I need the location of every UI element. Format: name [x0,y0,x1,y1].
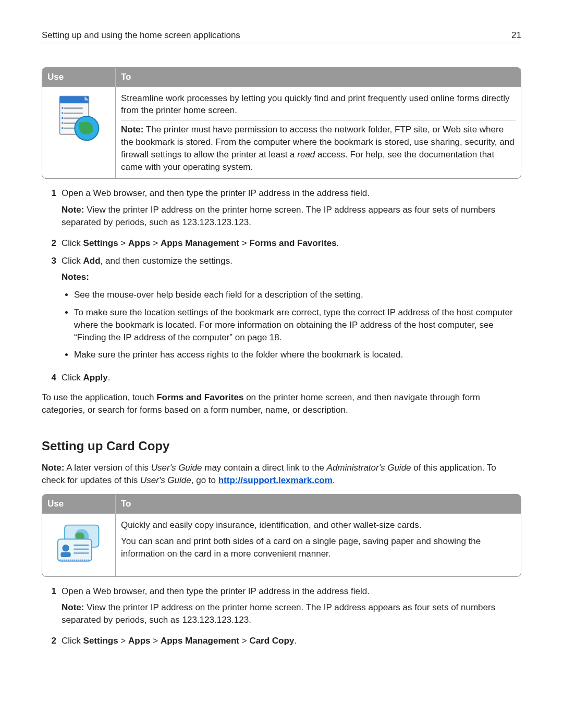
svg-rect-1 [60,96,89,103]
running-head-title: Setting up and using the home screen app… [42,29,240,42]
step-text: Open a Web browser, and then type the pr… [62,585,521,598]
card-copy-description-2: You can scan and print both sides of a c… [121,535,516,560]
list-item: See the mouse-over help beside each fiel… [74,289,521,301]
table-header-to: To [116,68,521,87]
card-copy-note: Note: A later version of this User's Gui… [42,462,521,487]
step-number: 1 [42,585,62,630]
table-header-use: Use [42,495,116,513]
table-header-to: To [116,495,521,513]
forms-favorites-description: Streamline work processes by letting you… [121,92,516,117]
card-copy-description-cell: Quickly and easily copy insurance, ident… [116,513,521,576]
svg-rect-7 [62,107,63,108]
step-note: Note: View the printer IP address on the… [62,601,521,626]
svg-point-17 [62,545,69,551]
forms-document-globe-icon [54,93,104,143]
step-number: 1 [42,187,62,231]
forms-favorites-table: Use To [42,67,521,179]
card-copy-icon [54,520,104,570]
card-copy-description-1: Quickly and easily copy insurance, ident… [121,519,516,532]
forms-favorites-note: Note: The printer must have permission t… [121,124,516,173]
step-number: 3 [42,255,62,367]
svg-rect-18 [60,552,70,557]
svg-rect-11 [62,127,63,129]
step-number: 2 [42,635,62,647]
list-item: To make sure the location settings of th… [74,306,521,343]
page-number: 21 [511,29,521,42]
card-copy-icon-cell [42,513,116,576]
step-number: 4 [42,372,62,384]
note-label: Note: [121,125,143,134]
forms-favorites-steps: 1 Open a Web browser, and then type the … [42,187,521,384]
support-link[interactable]: http://support.lexmark.com [218,475,333,485]
table-header-use: Use [42,68,116,87]
notes-heading: Notes: [62,272,89,282]
page-header: Setting up and using the home screen app… [42,29,521,43]
step-text: Click Apply. [62,372,521,384]
forms-favorites-usage: To use the application, touch Forms and … [42,391,521,416]
step-text: Click Add, and then customize the settin… [62,255,521,267]
forms-favorites-description-cell: Streamline work processes by letting you… [116,87,521,178]
step-text: Open a Web browser, and then type the pr… [62,187,521,200]
svg-rect-16 [58,539,92,561]
notes-bullets: See the mouse-over help beside each fiel… [74,289,521,361]
card-copy-steps: 1 Open a Web browser, and then type the … [42,585,521,647]
step-text: Click Settings > Apps > Apps Management … [62,237,521,250]
step-text: Click Settings > Apps > Apps Management … [62,635,521,647]
step-note: Note: View the printer IP address on the… [62,204,521,229]
svg-rect-10 [62,122,63,124]
svg-rect-8 [62,112,63,114]
svg-rect-9 [62,117,63,119]
card-copy-table: Use To Quickly and ea [42,494,521,577]
section-heading-card-copy: Setting up Card Copy [42,437,521,455]
forms-favorites-icon-cell [42,87,116,178]
list-item: Make sure the printer has access rights … [74,349,521,361]
divider [121,120,516,120]
step-number: 2 [42,237,62,250]
